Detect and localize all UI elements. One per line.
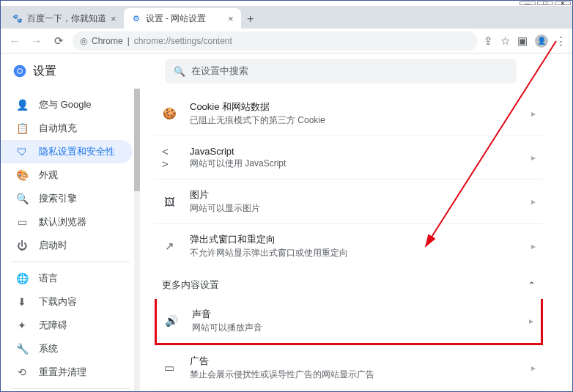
row-icon: 🔊 xyxy=(164,314,179,328)
url-sep: | xyxy=(127,36,130,46)
sidebar-icon: 🛡 xyxy=(15,146,29,158)
sidebar-item-0[interactable]: 🌐语言 xyxy=(1,267,133,290)
row-subtitle: 网站可以播放声音 xyxy=(192,322,516,334)
row-title: 广告 xyxy=(190,355,518,368)
setting-row[interactable]: 🔊声音网站可以播放声音▸ xyxy=(155,299,543,345)
tab-title: 百度一下，你就知道 xyxy=(27,12,106,25)
sidebar-item-label: 启动时 xyxy=(39,239,67,252)
sidebar-item-label: 隐私设置和安全性 xyxy=(39,145,115,158)
chevron-right-icon: ▸ xyxy=(531,241,536,251)
row-icon: 🖼 xyxy=(162,196,177,208)
sidebar-icon: 📋 xyxy=(15,122,29,134)
setting-row[interactable]: ↗弹出式窗口和重定向不允许网站显示弹出式窗口或使用重定向▸ xyxy=(155,223,543,268)
sidebar-item-3[interactable]: 🔧系统 xyxy=(1,337,133,360)
sidebar-icon: 👤 xyxy=(15,99,29,111)
sidebar-item-label: 自动填充 xyxy=(39,122,77,135)
sidebar-item-1[interactable]: 📋自动填充 xyxy=(1,117,133,140)
sidebar-item-4[interactable]: 🔍搜索引擎 xyxy=(1,187,133,210)
window-titlebar: — ☐ ✕ xyxy=(1,1,572,7)
sidebar-scrollbar-thumb[interactable] xyxy=(134,89,140,191)
sidebar-icon: ⏻ xyxy=(15,240,29,251)
sidebar-item-label: 重置并清理 xyxy=(39,366,86,379)
sidebar-item-1[interactable]: ⬇下载内容 xyxy=(1,290,133,314)
sidebar-item-0[interactable]: 👤您与 Google xyxy=(1,93,133,117)
sidebar-item-label: 您与 Google xyxy=(39,98,92,111)
row-title: JavaScript xyxy=(190,146,518,157)
back-button[interactable]: ← xyxy=(7,33,23,49)
tab-strip: 🐾 百度一下，你就知道 × ⚙ 设置 - 网站设置 × + xyxy=(1,7,572,29)
more-content-settings-header[interactable]: 更多内容设置 ⌃ xyxy=(155,268,543,299)
row-icon: 🍪 xyxy=(162,107,177,120)
sidebar-separator xyxy=(11,262,130,262)
chevron-up-icon: ⌃ xyxy=(528,280,536,291)
sidebar-item-label: 无障碍 xyxy=(39,319,67,332)
sidebar-item-6[interactable]: ⏻启动时 xyxy=(1,234,133,257)
sidebar-icon: 🔍 xyxy=(15,193,29,204)
baidu-favicon-icon: 🐾 xyxy=(12,13,23,23)
sidebar-icon: 🔧 xyxy=(15,343,29,355)
window-minimize-button[interactable]: — xyxy=(520,1,536,5)
window-close-button[interactable]: ✕ xyxy=(555,1,571,5)
url-path: chrome://settings/content xyxy=(134,36,232,46)
sidebar-icon: 🌐 xyxy=(15,273,29,284)
row-icon: < > xyxy=(162,145,177,170)
side-panel-icon[interactable]: ▣ xyxy=(517,34,528,48)
sidebar-item-label: 语言 xyxy=(39,272,58,285)
chevron-right-icon: ▸ xyxy=(529,316,533,326)
row-subtitle: 网站可以显示图片 xyxy=(190,202,518,215)
sidebar-icon: ▭ xyxy=(15,216,29,228)
row-subtitle: 已阻止无痕模式下的第三方 Cookie xyxy=(190,114,518,127)
chrome-logo-icon xyxy=(12,64,27,78)
row-title: Cookie 和网站数据 xyxy=(190,100,518,114)
setting-row[interactable]: 🖼图片网站可以显示图片▸ xyxy=(155,179,543,223)
new-tab-button[interactable]: + xyxy=(241,10,260,29)
menu-icon[interactable]: ⋮ xyxy=(555,34,566,48)
section-label-text: 更多内容设置 xyxy=(162,278,219,292)
content-settings-panel: 🍪Cookie 和网站数据已阻止无痕模式下的第三方 Cookie▸< >Java… xyxy=(140,89,572,392)
gear-icon: ⚙ xyxy=(131,13,141,23)
profile-avatar-icon[interactable]: 👤 xyxy=(535,34,548,48)
setting-row[interactable]: < >JavaScript网站可以使用 JavaScript▸ xyxy=(155,136,543,179)
sidebar-item-2[interactable]: 🛡隐私设置和安全性 xyxy=(1,140,133,163)
row-subtitle: 禁止会展示侵扰性或误导性广告的网站显示广告 xyxy=(190,369,518,381)
sidebar-item-4[interactable]: ⟲重置并清理 xyxy=(1,360,133,384)
sidebar-item-5[interactable]: ▭默认浏览器 xyxy=(1,210,133,234)
setting-row[interactable]: 🍪Cookie 和网站数据已阻止无痕模式下的第三方 Cookie▸ xyxy=(155,92,543,136)
page-title: 设置 xyxy=(33,64,56,79)
bookmark-icon[interactable]: ☆ xyxy=(500,34,510,48)
url-host: Chrome xyxy=(92,36,123,46)
address-bar[interactable]: ◎ Chrome | chrome://settings/content xyxy=(73,32,478,51)
sidebar-item-label: 系统 xyxy=(39,342,58,355)
row-subtitle: 网站可以使用 JavaScript xyxy=(190,158,518,170)
row-icon: ▭ xyxy=(162,361,177,374)
forward-button[interactable]: → xyxy=(29,33,45,49)
tab-baidu[interactable]: 🐾 百度一下，你就知道 × xyxy=(5,8,124,29)
row-title: 声音 xyxy=(192,308,516,321)
reload-button[interactable]: ⟳ xyxy=(51,33,67,49)
tab-close-icon[interactable]: × xyxy=(228,13,234,24)
settings-sidebar: 👤您与 Google📋自动填充🛡隐私设置和安全性🎨外观🔍搜索引擎▭默认浏览器⏻启… xyxy=(1,89,140,392)
sidebar-icon: ⟲ xyxy=(15,366,29,378)
sidebar-item-2[interactable]: ✦无障碍 xyxy=(1,314,133,337)
sidebar-item-label: 搜索引擎 xyxy=(39,192,77,205)
sidebar-item-3[interactable]: 🎨外观 xyxy=(1,163,133,187)
tab-close-icon[interactable]: × xyxy=(111,13,117,24)
row-subtitle: 不允许网站显示弹出式窗口或使用重定向 xyxy=(190,247,518,259)
share-icon[interactable]: ⇪ xyxy=(484,34,493,48)
tab-settings[interactable]: ⚙ 设置 - 网站设置 × xyxy=(124,8,241,29)
chevron-right-icon: ▸ xyxy=(531,363,536,373)
settings-search-input[interactable]: 🔍 在设置中搜索 xyxy=(165,59,517,84)
sidebar-icon: ⬇ xyxy=(15,296,29,308)
row-title: 弹出式窗口和重定向 xyxy=(190,233,518,246)
chevron-right-icon: ▸ xyxy=(531,152,536,163)
sidebar-separator xyxy=(11,388,130,389)
window-maximize-button[interactable]: ☐ xyxy=(537,1,553,5)
row-title: 图片 xyxy=(190,188,518,201)
sidebar-item-label: 下载内容 xyxy=(39,295,77,308)
search-icon: 🔍 xyxy=(174,66,185,77)
setting-row[interactable]: ▭广告禁止会展示侵扰性或误导性广告的网站显示广告▸ xyxy=(155,345,543,390)
chevron-right-icon: ▸ xyxy=(531,196,536,207)
row-icon: ↗ xyxy=(162,240,177,253)
toolbar: ← → ⟳ ◎ Chrome | chrome://settings/conte… xyxy=(1,29,572,53)
sidebar-icon: ✦ xyxy=(15,319,29,331)
